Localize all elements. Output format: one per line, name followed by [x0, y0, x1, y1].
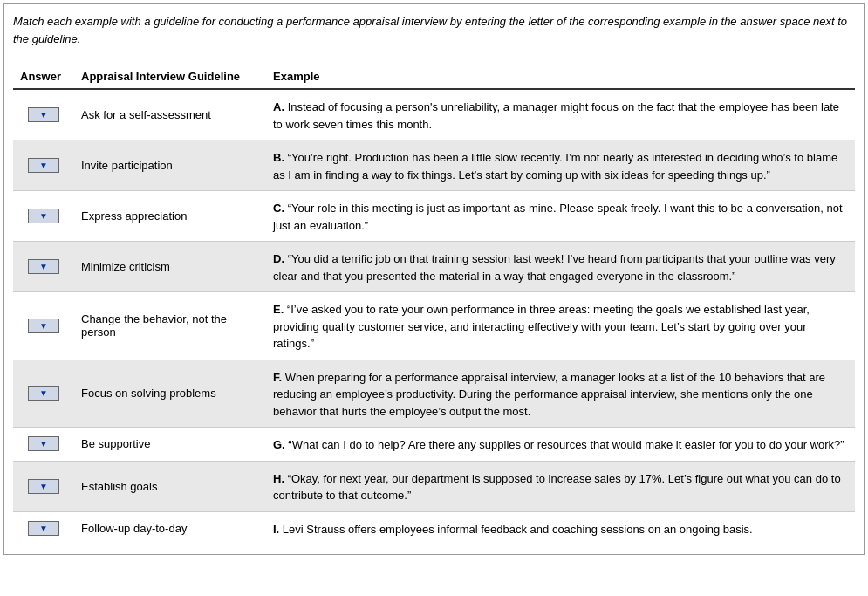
table-row: ▼Be supportiveG. “What can I do to help?… — [13, 428, 855, 462]
example-cell: E. “I’ve asked you to rate your own perf… — [266, 292, 855, 360]
example-letter: E. — [273, 303, 287, 316]
answer-cell: ▼ — [13, 511, 74, 545]
header-example: Example — [266, 65, 855, 89]
example-letter: I. — [273, 523, 283, 536]
answer-dropdown[interactable]: ▼ — [28, 479, 59, 494]
answer-dropdown[interactable]: ▼ — [28, 259, 59, 274]
answer-cell: ▼ — [13, 360, 74, 428]
header-guideline: Appraisal Interview Guideline — [74, 65, 266, 89]
guideline-cell: Follow-up day-to-day — [74, 511, 266, 545]
answer-cell: ▼ — [13, 191, 74, 242]
table-row: ▼Minimize criticismD. “You did a terrifi… — [13, 242, 855, 292]
example-letter: B. — [273, 151, 288, 164]
table-header-row: Answer Appraisal Interview Guideline Exa… — [13, 65, 855, 89]
answer-cell: ▼ — [13, 242, 74, 292]
table-row: ▼Change the behavior, not the personE. “… — [13, 292, 855, 360]
answer-dropdown[interactable]: ▼ — [28, 209, 59, 223]
guideline-cell: Focus on solving problems — [74, 360, 266, 428]
answer-dropdown[interactable]: ▼ — [28, 158, 59, 173]
dropdown-arrow-icon: ▼ — [39, 439, 48, 449]
appraisal-table: Answer Appraisal Interview Guideline Exa… — [13, 65, 855, 545]
example-cell: A. Instead of focusing a person's unreli… — [266, 89, 855, 140]
example-cell: F. When preparing for a performance appr… — [266, 360, 855, 428]
example-cell: H. “Okay, for next year, our department … — [266, 461, 855, 511]
example-cell: D. “You did a terrific job on that train… — [266, 242, 855, 292]
example-letter: G. — [273, 438, 288, 451]
guideline-cell: Establish goals — [74, 461, 266, 511]
table-row: ▼Establish goalsH. “Okay, for next year,… — [13, 461, 855, 511]
example-letter: A. — [273, 100, 288, 113]
table-row: ▼Invite participationB. “You’re right. P… — [13, 140, 855, 191]
example-letter: F. — [273, 371, 285, 384]
guideline-cell: Be supportive — [74, 428, 266, 462]
answer-cell: ▼ — [13, 428, 74, 462]
page-container: Match each example with a guideline for … — [3, 3, 865, 555]
table-row: ▼Follow-up day-to-dayI. Levi Strauss off… — [13, 511, 855, 545]
dropdown-arrow-icon: ▼ — [39, 211, 48, 221]
example-letter: H. — [273, 472, 288, 485]
example-cell: C. “Your role in this meeting is just as… — [266, 191, 855, 242]
dropdown-arrow-icon: ▼ — [39, 161, 48, 170]
answer-dropdown[interactable]: ▼ — [28, 319, 59, 333]
table-row: ▼Ask for a self-assessmentA. Instead of … — [13, 89, 855, 140]
dropdown-arrow-icon: ▼ — [39, 388, 48, 398]
dropdown-arrow-icon: ▼ — [39, 524, 48, 533]
answer-dropdown[interactable]: ▼ — [28, 436, 59, 451]
example-letter: C. — [273, 202, 288, 215]
answer-dropdown[interactable]: ▼ — [28, 521, 59, 536]
guideline-cell: Express appreciation — [74, 191, 266, 242]
answer-dropdown[interactable]: ▼ — [28, 386, 59, 401]
table-row: ▼Express appreciationC. “Your role in th… — [13, 191, 855, 242]
table-row: ▼Focus on solving problemsF. When prepar… — [13, 360, 855, 428]
example-cell: I. Levi Strauss offers employees informa… — [266, 511, 855, 545]
answer-cell: ▼ — [13, 292, 74, 360]
guideline-cell: Change the behavior, not the person — [74, 292, 266, 360]
dropdown-arrow-icon: ▼ — [39, 110, 48, 120]
example-letter: D. — [273, 252, 288, 265]
answer-cell: ▼ — [13, 461, 74, 511]
guideline-cell: Ask for a self-assessment — [74, 89, 266, 140]
guideline-cell: Minimize criticism — [74, 242, 266, 292]
dropdown-arrow-icon: ▼ — [39, 321, 48, 331]
example-cell: G. “What can I do to help? Are there any… — [266, 428, 855, 462]
answer-cell: ▼ — [13, 140, 74, 191]
dropdown-arrow-icon: ▼ — [39, 262, 48, 271]
answer-dropdown[interactable]: ▼ — [28, 107, 59, 122]
example-cell: B. “You’re right. Production has been a … — [266, 140, 855, 191]
dropdown-arrow-icon: ▼ — [39, 482, 48, 491]
guideline-cell: Invite participation — [74, 140, 266, 191]
header-answer: Answer — [13, 65, 74, 89]
instructions: Match each example with a guideline for … — [13, 13, 855, 47]
answer-cell: ▼ — [13, 89, 74, 140]
